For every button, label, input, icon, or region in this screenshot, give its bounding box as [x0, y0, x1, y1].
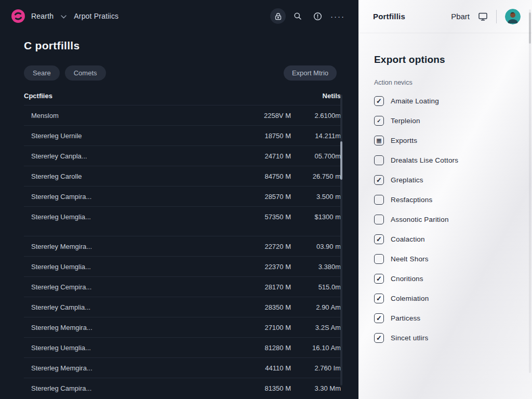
- row-metric-2: 14.211m: [291, 132, 341, 140]
- search-icon[interactable]: [290, 8, 305, 24]
- row-metric-1: 57350 M: [234, 213, 291, 221]
- table-row[interactable]: Stererleg Memgira... 44110 M 2.760 Im: [24, 357, 341, 378]
- row-metric-1: 81350 M: [234, 384, 291, 392]
- row-metric-1: 28170 M: [234, 283, 291, 291]
- checkbox-icon[interactable]: ▦: [374, 136, 384, 145]
- row-name: Stererleg Campira...: [24, 193, 234, 201]
- export-option[interactable]: ✓ Terpleion: [374, 116, 516, 126]
- checkbox-list: ✓ Amaite Loating ✓ Terpleion ▦ Exportts …: [374, 96, 516, 343]
- project-name[interactable]: Arpot Pratiics: [74, 12, 118, 20]
- export-option[interactable]: Drealats Lise Cottors: [374, 155, 516, 165]
- column-header-name[interactable]: Cpctfiies: [24, 92, 291, 100]
- row-name: Stererleg Uemglia...: [24, 213, 234, 221]
- export-option[interactable]: ▦ Exportts: [374, 136, 516, 145]
- checkbox-icon[interactable]: ✓: [374, 96, 384, 106]
- table-row[interactable]: Stererleg Uemglia... 81280 M 16.10 Am: [24, 337, 341, 357]
- row-name: Stererley Canpla...: [24, 152, 234, 160]
- table-row[interactable]: Stererleg Uemglia... 57350 M $1300 m: [24, 206, 341, 227]
- workspace-name[interactable]: Rearth: [31, 12, 54, 20]
- export-option-label: Greplatics: [391, 176, 423, 184]
- export-option-group: ✓ Amaite Loating ✓ Terpleion: [374, 96, 516, 126]
- checkbox-icon[interactable]: [374, 215, 384, 224]
- row-metric-1: 2258V M: [234, 112, 291, 119]
- sidebar-scrollbar-thumb[interactable]: [529, 12, 531, 44]
- checkbox-icon[interactable]: ✓: [374, 116, 384, 126]
- export-options-panel: Export options Action nevics ✓ Amaite Lo…: [358, 54, 532, 343]
- info-icon[interactable]: [310, 8, 325, 24]
- table-row[interactable]: Stererleg Campira... 81350 M 3.30 Mm: [24, 378, 341, 398]
- sidebar-title: Portfillis: [373, 12, 405, 21]
- export-option-label: Resfacptions: [391, 196, 432, 204]
- table-row[interactable]: Stererleg Campira... 28570 M 3.500 m: [24, 186, 341, 206]
- export-option[interactable]: ✓ Greplatics: [374, 175, 516, 185]
- export-option-group: ✓ Greplatics Resfacptions Assonotic Pari…: [374, 175, 516, 244]
- export-option-group: Neelt Shors: [374, 254, 516, 264]
- table-row[interactable]: Stererleg Uemglia... 22370 M 3.380m: [24, 256, 341, 276]
- table-row[interactable]: Menslom 2258V M 2.6100m: [24, 105, 341, 125]
- monitor-icon[interactable]: [478, 12, 488, 21]
- export-option-group: ✓ Cnoritions ✓ Colemiation ✓ Particess ✓…: [374, 274, 516, 343]
- row-name: Stererleg Memgira...: [24, 324, 234, 331]
- export-button[interactable]: Export Mtrio: [284, 65, 337, 81]
- export-option-label: Drealats Lise Cottors: [391, 156, 458, 164]
- row-metric-2: 05.700m: [291, 152, 341, 160]
- sidebar-scrollbar-track[interactable]: [529, 9, 531, 373]
- checkbox-icon[interactable]: [374, 254, 384, 264]
- row-metric-1: 27100 M: [234, 324, 291, 331]
- checkbox-icon[interactable]: [374, 195, 384, 205]
- table-row[interactable]: Stererleg Cempira... 28170 M 515.0m: [24, 276, 341, 297]
- row-metric-1: 84750 M: [234, 172, 291, 180]
- checkbox-icon[interactable]: [374, 155, 384, 165]
- row-metric-1: 44110 M: [234, 364, 291, 372]
- row-metric-2: 3.380m: [291, 263, 341, 271]
- export-option[interactable]: Neelt Shors: [374, 254, 516, 264]
- table-scrollbar-track[interactable]: [340, 95, 342, 385]
- export-option[interactable]: ✓ Coalaction: [374, 234, 516, 244]
- export-option[interactable]: ✓ Cnoritions: [374, 274, 516, 284]
- table-row[interactable]: Stererleg Memgira... 27100 M 3.2S Am: [24, 317, 341, 337]
- table-row[interactable]: Stererley Memgira... 22720 M 03.90 m: [24, 236, 341, 256]
- row-metric-2: $1300 m: [291, 213, 341, 221]
- row-metric-2: 3.2S Am: [291, 324, 341, 331]
- row-name: Stererleg Uernile: [24, 132, 234, 140]
- checkbox-icon[interactable]: ✓: [374, 274, 384, 284]
- checkbox-icon[interactable]: ✓: [374, 175, 384, 185]
- export-option[interactable]: ✓ Amaite Loating: [374, 96, 516, 106]
- share-button[interactable]: Pbart: [451, 12, 470, 21]
- row-metric-2: 3.500 m: [291, 193, 341, 201]
- row-metric-2: 3.30 Mm: [291, 384, 341, 392]
- lock-icon[interactable]: [270, 8, 286, 24]
- table-scrollbar-thumb[interactable]: [340, 141, 342, 180]
- column-header-metrics[interactable]: Netils: [291, 92, 341, 100]
- more-icon[interactable]: ····: [330, 12, 345, 21]
- export-option[interactable]: Resfacptions: [374, 195, 516, 205]
- table-row[interactable]: Stererleg Uernile 18750 M 14.211m: [24, 125, 341, 145]
- export-sidebar: Portfillis Pbart Export options Action n…: [358, 0, 532, 399]
- checkbox-icon[interactable]: ✓: [374, 294, 384, 303]
- app-logo-icon[interactable]: [11, 9, 25, 23]
- export-option-label: Cnoritions: [391, 275, 423, 283]
- row-metric-2: 03.90 m: [291, 243, 341, 250]
- checkbox-icon[interactable]: ✓: [374, 234, 384, 244]
- export-option[interactable]: ✓ Particess: [374, 313, 516, 323]
- avatar[interactable]: [505, 9, 521, 24]
- export-option[interactable]: Assonotic Parition: [374, 215, 516, 224]
- table-row[interactable]: Stererley Canpla... 24710 M 05.700m: [24, 145, 341, 166]
- chevron-down-icon[interactable]: [61, 15, 66, 19]
- page-title: C portfillls: [24, 39, 358, 52]
- filter-chip-comets[interactable]: Comets: [65, 65, 106, 81]
- section-label: Action nevics: [374, 79, 516, 86]
- table-row[interactable]: Stererleg Carolle 84750 M 26.750 m: [24, 166, 341, 186]
- checkbox-icon[interactable]: ✓: [374, 333, 384, 343]
- checkbox-icon[interactable]: ✓: [374, 313, 384, 323]
- row-name: Stererleg Cempira...: [24, 283, 234, 291]
- filter-chip-seare[interactable]: Seare: [24, 65, 60, 81]
- row-metric-1: 81280 M: [234, 344, 291, 352]
- table-row[interactable]: Stererley Camplia... 28350 M 2.90 Am: [24, 297, 341, 317]
- export-option[interactable]: ✓ Sincet utlirs: [374, 333, 516, 343]
- row-metric-1: 18750 M: [234, 132, 291, 140]
- export-option[interactable]: ✓ Colemiation: [374, 294, 516, 303]
- row-name: Stererleg Uemglia...: [24, 344, 234, 352]
- topbar: Rearth Arpot Pratiics ···: [0, 0, 358, 32]
- row-name: Stererleg Uemglia...: [24, 263, 234, 271]
